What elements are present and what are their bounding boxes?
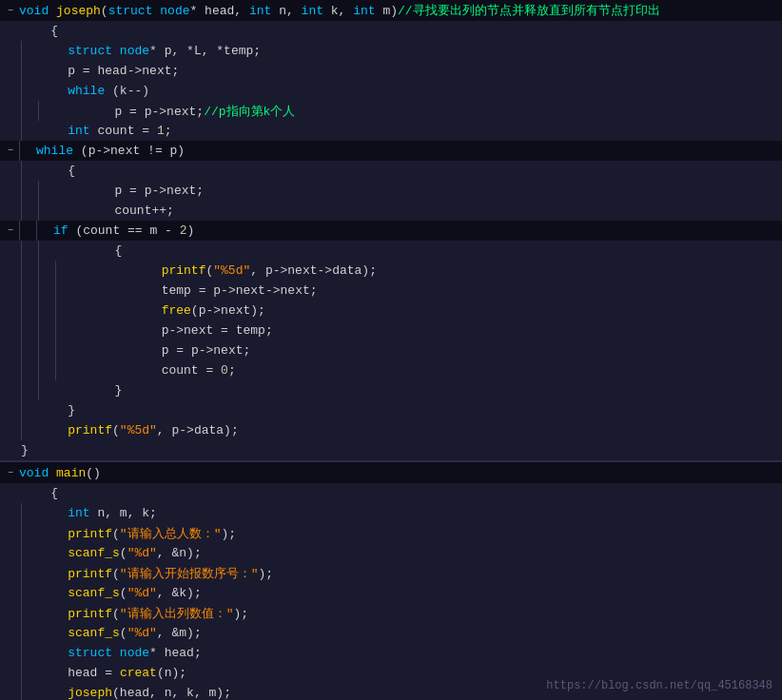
line-struct-head: struct node* head; — [0, 643, 782, 663]
line-close-brace-joseph: } — [0, 440, 782, 460]
line-if-count: − if (count == m - 2) — [0, 221, 782, 241]
line-int-count: int count = 1; — [0, 121, 782, 141]
line-scanf-n: scanf_s("%d", &n); — [0, 543, 782, 563]
line-struct-decl: struct node* p, *L, *temp; — [0, 41, 782, 61]
line-scanf-m: scanf_s("%d", &m); — [0, 623, 782, 643]
line-while-k: while (k--) — [0, 81, 782, 101]
line-close-brace-while: } — [0, 400, 782, 420]
function-header-main[interactable]: − void main() — [0, 462, 782, 483]
line-int-nmk: int n, m, k; — [0, 503, 782, 523]
fold-icon-if[interactable]: − — [2, 223, 19, 240]
main-signature: void main() — [19, 466, 101, 480]
joseph-signature: void joseph(struct node* head, int n, in… — [19, 2, 660, 19]
line-p-next-2: p = p->next; — [0, 181, 782, 201]
line-p-next-3: p = p->next; — [0, 340, 782, 360]
fold-icon-main[interactable]: − — [2, 464, 19, 481]
line-p-assign: p = head->next; — [0, 61, 782, 81]
line-open-brace-2: { — [0, 161, 782, 181]
line-count-inc: count++; — [0, 201, 782, 221]
line-printf-prompt3: printf("请输入出列数值："); — [0, 603, 782, 623]
line-printf-prompt1: printf("请输入总人数："); — [0, 523, 782, 543]
line-open-brace-3: { — [0, 241, 782, 261]
code-editor: − void joseph(struct node* head, int n, … — [0, 0, 782, 700]
line-printf-prompt2: printf("请输入开始报数序号："); — [0, 563, 782, 583]
line-count-reset: count = 0; — [0, 360, 782, 380]
line-printf-2: printf("%5d", p->data); — [0, 420, 782, 440]
fold-icon-joseph[interactable]: − — [2, 2, 19, 19]
line-free: free(p->next); — [0, 301, 782, 321]
watermark: https://blog.csdn.net/qq_45168348 — [546, 679, 772, 692]
line-temp-assign: temp = p->next->next; — [0, 281, 782, 301]
line-p-next-temp: p->next = temp; — [0, 321, 782, 340]
line-p-next-comment: p = p->next;//p指向第k个人 — [0, 101, 782, 121]
function-header-joseph[interactable]: − void joseph(struct node* head, int n, … — [0, 0, 782, 21]
line-open-brace-main: { — [0, 483, 782, 503]
line-open-brace-1: { — [0, 21, 782, 41]
line-while-loop: − while (p->next != p) — [0, 141, 782, 161]
line-close-brace-if: } — [0, 380, 782, 400]
fold-icon-while[interactable]: − — [2, 143, 19, 160]
line-scanf-k: scanf_s("%d", &k); — [0, 583, 782, 603]
line-printf-1: printf("%5d", p->next->data); — [0, 261, 782, 281]
